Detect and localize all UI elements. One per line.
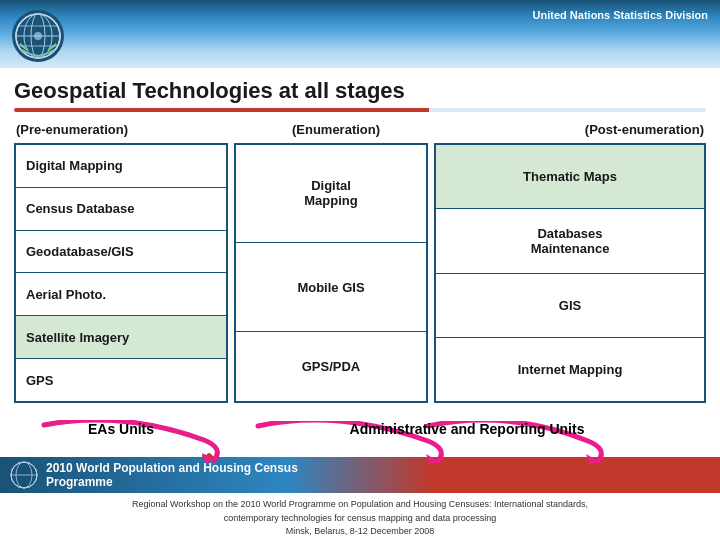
- eas-label: EAs Units: [88, 421, 154, 437]
- footer-un-icon: [10, 461, 38, 489]
- pre-enumeration-col: Digital Mapping Census Database Geodatab…: [14, 143, 228, 403]
- footer-logo-area: [10, 461, 38, 489]
- list-item: Census Database: [16, 188, 226, 231]
- mid-item-mobile: Mobile GIS: [236, 243, 426, 333]
- post-enumeration-col: Thematic Maps DatabasesMaintenance GIS I…: [434, 143, 706, 403]
- column-headers: (Pre-enumeration) (Enumeration) (Post-en…: [14, 122, 706, 137]
- col-header-post: (Post-enumeration): [436, 122, 704, 137]
- un-logo: [12, 10, 64, 62]
- right-item-db: DatabasesMaintenance: [436, 209, 704, 273]
- admin-label: Administrative and Reporting Units: [350, 421, 585, 437]
- un-org-title: United Nations Statistics Division: [533, 8, 708, 23]
- main-content: Geospatial Technologies at all stages (P…: [0, 68, 720, 457]
- admin-units-area: Administrative and Reporting Units: [228, 421, 706, 437]
- footer-line2: Programme: [46, 475, 298, 489]
- content-grid: Digital Mapping Census Database Geodatab…: [14, 143, 706, 403]
- enumeration-col: DigitalMapping Mobile GIS GPS/PDA: [234, 143, 428, 403]
- page-title: Geospatial Technologies at all stages: [14, 78, 706, 104]
- right-item-internet: Internet Mapping: [436, 338, 704, 401]
- bottom-row: EAs Units Administrative and Reporting U…: [14, 407, 706, 451]
- right-item-gis: GIS: [436, 274, 704, 338]
- list-item: Digital Mapping: [16, 145, 226, 188]
- eas-units-area: EAs Units: [14, 420, 228, 438]
- mid-item-digital: DigitalMapping: [236, 145, 426, 243]
- citation-area: Regional Workshop on the 2010 World Prog…: [0, 493, 720, 540]
- title-divider: [14, 108, 706, 112]
- list-item: GPS: [16, 359, 226, 401]
- header-bar: United Nations Statistics Division: [0, 0, 720, 68]
- citation-line2: contemporary technologies for census map…: [14, 512, 706, 526]
- right-item-thematic: Thematic Maps: [436, 145, 704, 209]
- citation-line3: Minsk, Belarus, 8-12 December 2008: [14, 525, 706, 539]
- list-item: Geodatabase/GIS: [16, 231, 226, 274]
- col-header-enum: (Enumeration): [236, 122, 436, 137]
- list-item: Aerial Photo.: [16, 273, 226, 316]
- citation-line1: Regional Workshop on the 2010 World Prog…: [14, 498, 706, 512]
- list-item-satellite: Satellite Imagery: [16, 316, 226, 359]
- col-header-pre: (Pre-enumeration): [16, 122, 236, 137]
- mid-item-gps: GPS/PDA: [236, 332, 426, 401]
- svg-point-7: [34, 32, 42, 40]
